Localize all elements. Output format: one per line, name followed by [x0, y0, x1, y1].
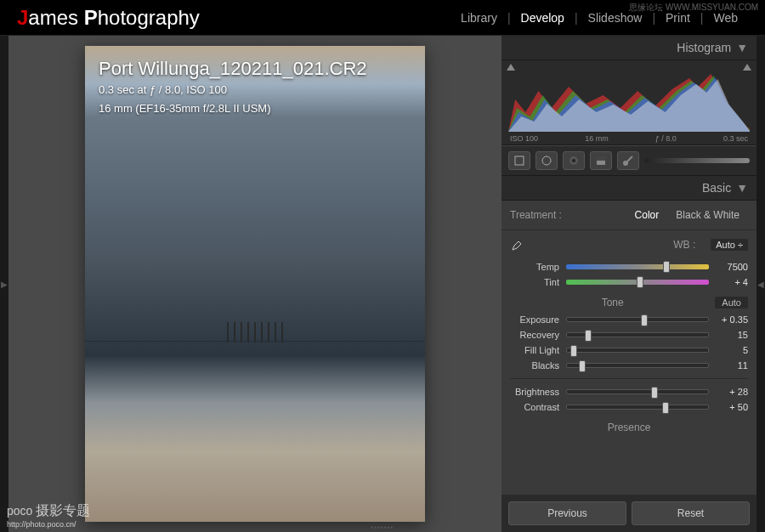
- histogram[interactable]: ISO 100 16 mm ƒ / 8.0 0.3 sec: [502, 60, 756, 145]
- brand-logo: James Photography: [17, 6, 200, 30]
- exposure-slider: Exposure + 0.35: [502, 312, 756, 327]
- tool-strip: [502, 145, 756, 176]
- nav-library[interactable]: Library: [450, 11, 507, 25]
- temp-thumb[interactable]: [663, 261, 670, 273]
- fill-track[interactable]: [566, 348, 709, 353]
- main: ▶ Port Willunga_120211_021.CR2 0.3 sec a…: [0, 36, 765, 532]
- fill-thumb[interactable]: [570, 345, 577, 357]
- chevron-right-icon: ▶: [1, 280, 8, 289]
- photo-exposure-meta: 0.3 sec at ƒ / 8.0, ISO 100: [99, 82, 411, 99]
- contrast-slider: Contrast + 50: [502, 399, 756, 415]
- chevron-down-icon: ▼: [736, 181, 748, 195]
- histogram-header[interactable]: Histogram▼: [502, 36, 756, 60]
- exposure-track[interactable]: [566, 317, 709, 322]
- panel-footer: Previous Reset: [502, 495, 756, 532]
- spot-tool[interactable]: [536, 151, 558, 170]
- canvas-area: Port Willunga_120211_021.CR2 0.3 sec at …: [8, 36, 502, 532]
- blacks-value[interactable]: 11: [716, 360, 748, 371]
- brush-tool[interactable]: [617, 151, 639, 170]
- right-panel-toggle[interactable]: ◀: [756, 36, 765, 532]
- basic-header[interactable]: Basic▼: [502, 176, 756, 201]
- recovery-value[interactable]: 15: [716, 330, 748, 340]
- tint-track[interactable]: [566, 280, 709, 285]
- histogram-exif-strip: ISO 100 16 mm ƒ / 8.0 0.3 sec: [508, 134, 750, 144]
- watermark-bottom-left: poco 摄影专题 http://photo.poco.cn/: [7, 502, 90, 529]
- svg-line-7: [627, 156, 632, 161]
- left-panel-toggle[interactable]: ▶: [0, 36, 8, 532]
- blacks-thumb[interactable]: [579, 360, 586, 372]
- grad-filter-tool[interactable]: [590, 151, 612, 170]
- basic-panel: Treatment : Color Black & White WB : Aut…: [502, 201, 756, 437]
- blacks-track[interactable]: [566, 363, 709, 368]
- auto-tone-button[interactable]: Auto: [715, 297, 748, 308]
- filmstrip-toggle[interactable]: ▪▪▪▪▪▪▪: [371, 524, 394, 531]
- exposure-value[interactable]: + 0.35: [716, 314, 748, 325]
- blacks-slider: Blacks 11: [502, 358, 756, 373]
- photo-preview[interactable]: Port Willunga_120211_021.CR2 0.3 sec at …: [85, 46, 425, 522]
- brightness-thumb[interactable]: [651, 387, 658, 399]
- presence-section: Presence: [502, 415, 756, 437]
- tint-thumb[interactable]: [637, 276, 643, 288]
- eyedropper-icon[interactable]: [510, 237, 525, 252]
- photo-filename: Port Willunga_120211_021.CR2: [99, 58, 411, 80]
- exposure-thumb[interactable]: [641, 314, 648, 326]
- treatment-color[interactable]: Color: [626, 207, 668, 223]
- contrast-value[interactable]: + 50: [716, 402, 748, 412]
- temp-track[interactable]: [566, 264, 709, 269]
- tint-value[interactable]: + 4: [716, 277, 748, 287]
- photo-lens-meta: 16 mm (EF16-35mm f/2.8L II USM): [99, 100, 411, 117]
- chevron-left-icon: ◀: [757, 280, 764, 289]
- svg-point-1: [542, 156, 551, 165]
- tint-slider: Tint + 4: [502, 274, 756, 290]
- chevron-down-icon: ▼: [736, 41, 748, 54]
- temp-slider: Temp 7500: [502, 259, 756, 274]
- treatment-row: Treatment : Color Black & White: [502, 201, 756, 230]
- watermark-top-right: 思缘论坛 WWW.MISSYUAN.COM: [629, 2, 758, 14]
- contrast-track[interactable]: [566, 405, 709, 410]
- svg-rect-0: [515, 156, 524, 165]
- wb-preset-select[interactable]: Auto ÷: [711, 239, 748, 251]
- crop-tool[interactable]: [508, 151, 530, 170]
- redeye-tool[interactable]: [563, 151, 585, 170]
- brightness-slider: Brightness + 28: [502, 384, 756, 399]
- reset-button[interactable]: Reset: [632, 501, 750, 525]
- brightness-track[interactable]: [566, 389, 709, 394]
- treatment-bw[interactable]: Black & White: [667, 207, 748, 223]
- contrast-thumb[interactable]: [662, 402, 669, 414]
- temp-value[interactable]: 7500: [716, 262, 748, 272]
- recovery-slider: Recovery 15: [502, 327, 756, 342]
- shadow-clip-indicator[interactable]: [507, 64, 515, 71]
- recovery-thumb[interactable]: [585, 330, 592, 342]
- tone-section: Tone Auto: [502, 290, 756, 312]
- photo-info-overlay: Port Willunga_120211_021.CR2 0.3 sec at …: [85, 46, 425, 128]
- recovery-track[interactable]: [566, 332, 709, 337]
- fill-light-slider: Fill Light 5: [502, 342, 756, 358]
- tool-grad-strip: [644, 158, 750, 163]
- svg-rect-5: [597, 156, 605, 161]
- highlight-clip-indicator[interactable]: [743, 64, 751, 71]
- nav-develop[interactable]: Develop: [511, 11, 575, 25]
- fill-value[interactable]: 5: [716, 345, 748, 355]
- right-panel: Histogram▼ ISO 100 16 mm ƒ / 8.0 0.3 sec: [502, 36, 756, 532]
- previous-button[interactable]: Previous: [508, 501, 626, 525]
- wb-row: WB : Auto ÷: [502, 230, 756, 259]
- brightness-value[interactable]: + 28: [716, 387, 748, 397]
- svg-point-3: [572, 159, 575, 162]
